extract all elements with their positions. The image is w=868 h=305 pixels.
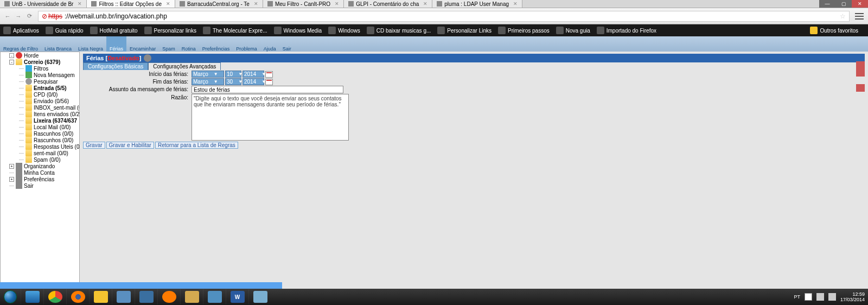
toolbar-button[interactable]: Preferências	[199, 36, 233, 52]
toolbar-button[interactable]: Sair	[279, 36, 295, 52]
toolbar-button[interactable]: Encaminhar	[126, 36, 159, 52]
row-action-icon[interactable]	[856, 61, 865, 69]
tree-item[interactable]: —Sair	[1, 182, 79, 189]
tree-item[interactable]: —Lixeira (6374/637	[1, 117, 79, 124]
url-bar[interactable]: ⊘ https ://webmail.unb.br/ingo/vacation.…	[38, 11, 850, 22]
browser-tab[interactable]: UnB - Universidade de Br✕	[0, 0, 87, 8]
toolbar-button[interactable]: Lista Branca	[41, 36, 75, 52]
toolbar-button[interactable]: Spam	[159, 36, 178, 52]
tree-expand-icon[interactable]: -	[9, 60, 14, 65]
toolbar-button[interactable]: Férias	[106, 36, 126, 52]
tree-item[interactable]: —Rascunhos (0/0)	[1, 130, 79, 137]
calendar-icon[interactable]	[265, 79, 273, 85]
end-day-select[interactable]: 30▼	[225, 78, 241, 85]
start-button[interactable]	[0, 289, 21, 305]
browser-tab[interactable]: pluma : LDAP User Manag✕	[432, 0, 522, 8]
end-year-select[interactable]: 2014▼	[242, 78, 264, 85]
start-year-select[interactable]: 2014▼	[242, 71, 264, 78]
tree-item[interactable]: —Minha Conta	[1, 169, 79, 176]
tab-close-icon[interactable]: ✕	[166, 1, 170, 7]
bookmark-item[interactable]: CD baixar musicas g...	[367, 27, 431, 34]
tree-item[interactable]: —CPD (0/0)	[1, 91, 79, 98]
bookmark-item[interactable]: The Molecular Expre...	[203, 27, 267, 34]
tab-close-icon[interactable]: ✕	[513, 1, 518, 7]
tree-expand-icon[interactable]: +	[9, 177, 14, 182]
tree-item[interactable]: +Preferências	[1, 176, 79, 182]
taskbar-app[interactable]	[248, 289, 271, 304]
window-maximize-button[interactable]: ▢	[835, 0, 852, 8]
start-day-select[interactable]: 10▼	[225, 71, 241, 78]
tree-item[interactable]: —Entrada (5/5)	[1, 85, 79, 91]
taskbar-app-media[interactable]	[157, 289, 180, 304]
taskbar-app[interactable]	[112, 289, 135, 304]
back-button[interactable]: ←	[3, 12, 12, 21]
bookmark-item[interactable]: Windows	[328, 27, 360, 34]
tree-item[interactable]: —INBOX_sent-mail (0	[1, 104, 79, 111]
browser-tab[interactable]: BarracudaCentral.org - Te✕	[175, 0, 263, 8]
taskbar-app-explorer[interactable]	[89, 289, 112, 304]
toolbar-button[interactable]: Regras de Filtro	[0, 36, 41, 52]
bookmark-item[interactable]: Guia rápido	[46, 27, 84, 34]
tree-item[interactable]: +Organizando	[1, 163, 79, 169]
taskbar-app[interactable]	[180, 289, 203, 304]
window-minimize-button[interactable]: —	[819, 0, 835, 8]
taskbar-app[interactable]	[135, 289, 157, 304]
tab-close-icon[interactable]: ✕	[78, 1, 82, 7]
reason-textarea[interactable]: "Digite aqui o texto que você deseja env…	[192, 94, 349, 141]
tray-network-icon[interactable]	[816, 293, 824, 301]
taskbar-app-word[interactable]: W	[226, 289, 248, 304]
taskbar-app-chrome[interactable]	[43, 289, 66, 304]
tree-item[interactable]: —Itens enviados (0/2	[1, 111, 79, 117]
tab-close-icon[interactable]: ✕	[254, 1, 258, 7]
toolbar-button[interactable]: Rotina	[178, 36, 199, 52]
bookmark-item[interactable]: Windows Media	[274, 27, 322, 34]
browser-tab[interactable]: Filtros :: Editar Opções de✕	[87, 0, 175, 8]
tree-item[interactable]: -Horde	[1, 52, 79, 59]
reload-button[interactable]: ⟳	[25, 12, 34, 21]
tree-item[interactable]: -Correio (6379)	[1, 59, 79, 65]
bookmark-star-icon[interactable]: ☆	[840, 12, 846, 20]
tab-advanced-config[interactable]: Configurações Avançadas	[148, 62, 221, 70]
calendar-icon[interactable]	[265, 71, 273, 78]
tree-expand-icon[interactable]: +	[9, 164, 14, 169]
bookmark-item[interactable]: Importado do Firefox	[597, 27, 656, 34]
bookmark-item[interactable]: HotMail gratuito	[90, 27, 138, 34]
tree-item[interactable]: —Spam (0/0)	[1, 156, 79, 163]
apps-button[interactable]: Aplicativos	[3, 27, 39, 34]
other-bookmarks[interactable]: Outros favoritos	[810, 27, 858, 34]
tab-basic-config[interactable]: Configurações Básicas	[83, 62, 148, 70]
bookmark-item[interactable]: Primeiros passos	[498, 27, 550, 34]
tree-item[interactable]: —Nova Mensagem	[1, 72, 79, 78]
bookmark-item[interactable]: Personalizar Links	[437, 27, 492, 34]
bookmark-item[interactable]: Personalizar links	[144, 27, 196, 34]
tray-lang[interactable]: PT	[794, 294, 800, 300]
tray-flag-icon[interactable]	[805, 293, 812, 301]
subject-input[interactable]	[192, 86, 343, 93]
toolbar-button[interactable]: Problema	[233, 36, 260, 52]
window-close-button[interactable]: ✕	[852, 0, 868, 8]
start-month-select[interactable]: Março▼	[192, 71, 224, 78]
tree-item[interactable]: —Local Mail (0/0)	[1, 124, 79, 130]
row-action-icon[interactable]	[856, 84, 865, 92]
toolbar-button[interactable]: Ajuda	[260, 36, 279, 52]
tree-item[interactable]: —Pesquisar	[1, 78, 79, 85]
tree-item[interactable]: —sent-mail (0/0)	[1, 150, 79, 156]
save-enable-button[interactable]: Gravar e Habilitar	[106, 142, 154, 149]
gear-icon[interactable]	[144, 54, 151, 62]
taskbar-app[interactable]	[203, 289, 226, 304]
tree-expand-icon[interactable]: -	[9, 53, 14, 58]
browser-tab[interactable]: Meu Filtro - CanIt-PRO✕	[263, 0, 344, 8]
taskbar-app-ie[interactable]	[21, 289, 43, 304]
tree-item[interactable]: —Respostas Uteis (0	[1, 143, 79, 150]
browser-tab[interactable]: GLPI - Comentário do cha✕	[344, 0, 432, 8]
tray-volume-icon[interactable]	[828, 293, 836, 301]
row-action-icon[interactable]	[856, 69, 865, 77]
tree-item[interactable]: —Filtros	[1, 65, 79, 72]
taskbar-app-firefox[interactable]	[66, 289, 89, 304]
browser-menu-icon[interactable]	[855, 13, 864, 20]
toolbar-button[interactable]: Lista Negra	[75, 36, 106, 52]
tab-close-icon[interactable]: ✕	[423, 1, 427, 7]
bookmark-item[interactable]: Nova guia	[556, 27, 590, 34]
forward-button[interactable]: →	[14, 12, 23, 21]
tab-close-icon[interactable]: ✕	[335, 1, 339, 7]
